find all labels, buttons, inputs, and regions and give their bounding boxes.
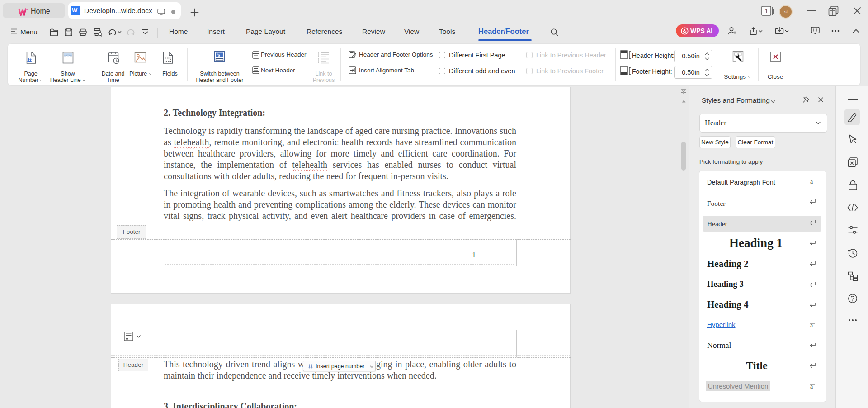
svg-text:a: a	[810, 383, 813, 390]
svg-text:a: a	[810, 322, 813, 329]
svg-text:1: 1	[765, 8, 768, 14]
svg-text:a: a	[810, 178, 813, 185]
